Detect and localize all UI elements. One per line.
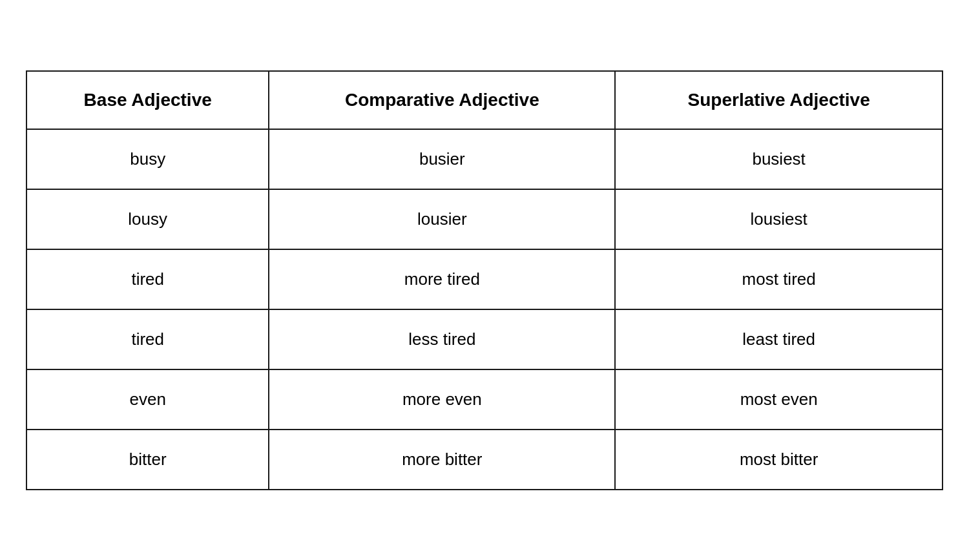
cell-comparative-0: busier: [269, 129, 615, 189]
cell-superlative-3: least tired: [615, 309, 943, 369]
cell-comparative-2: more tired: [269, 249, 615, 309]
cell-superlative-2: most tired: [615, 249, 943, 309]
header-comparative-adjective: Comparative Adjective: [269, 71, 615, 129]
table-row: evenmore evenmost even: [26, 369, 943, 430]
cell-base-5: bitter: [26, 430, 269, 490]
table-row: lousylousierlousiest: [26, 189, 943, 249]
table-row: tiredless tiredleast tired: [26, 309, 943, 369]
cell-base-4: even: [26, 369, 269, 430]
cell-superlative-5: most bitter: [615, 430, 943, 490]
header-superlative-adjective: Superlative Adjective: [615, 71, 943, 129]
cell-base-3: tired: [26, 309, 269, 369]
cell-comparative-5: more bitter: [269, 430, 615, 490]
table-row: bittermore bittermost bitter: [26, 430, 943, 490]
cell-superlative-1: lousiest: [615, 189, 943, 249]
cell-base-1: lousy: [26, 189, 269, 249]
adjective-table: Base Adjective Comparative Adjective Sup…: [26, 70, 943, 490]
cell-base-2: tired: [26, 249, 269, 309]
table-row: busybusierbusiest: [26, 129, 943, 189]
cell-comparative-1: lousier: [269, 189, 615, 249]
cell-comparative-4: more even: [269, 369, 615, 430]
header-base-adjective: Base Adjective: [26, 71, 269, 129]
table-header-row: Base Adjective Comparative Adjective Sup…: [26, 71, 943, 129]
adjective-table-container: Base Adjective Comparative Adjective Sup…: [26, 70, 943, 490]
cell-comparative-3: less tired: [269, 309, 615, 369]
cell-superlative-0: busiest: [615, 129, 943, 189]
cell-base-0: busy: [26, 129, 269, 189]
cell-superlative-4: most even: [615, 369, 943, 430]
table-row: tiredmore tiredmost tired: [26, 249, 943, 309]
